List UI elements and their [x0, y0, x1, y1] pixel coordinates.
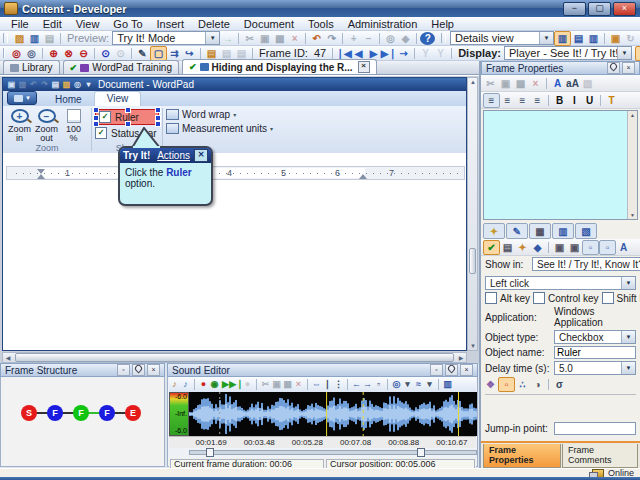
wordpad-menu-button[interactable]: ▾ — [7, 91, 37, 105]
frame-node-s-0[interactable]: S — [21, 405, 37, 421]
wp-print-icon[interactable]: ▤ — [50, 79, 61, 90]
checkbox-box[interactable] — [602, 292, 614, 304]
menu-item-document[interactable]: Document — [237, 18, 301, 30]
selection-slider[interactable] — [189, 447, 477, 456]
hand-tool-icon[interactable]: ✦ — [515, 241, 530, 254]
align-center-icon[interactable]: ≡ — [500, 94, 515, 107]
waveform-display[interactable] — [189, 392, 477, 436]
stage-vertical-scrollbar[interactable]: ▲ ▼ — [467, 77, 478, 351]
align-right-icon[interactable]: ≡ — [515, 94, 530, 107]
textarea-scrollbar[interactable]: ▲▼ — [627, 111, 637, 219]
replace-frame-icon[interactable]: ⊖ — [76, 47, 91, 60]
redo-icon[interactable]: ↷ — [324, 32, 339, 45]
multi-object-icon[interactable]: ∴ — [515, 378, 530, 391]
delay-time-combo[interactable]: 5.0 ▼ — [554, 361, 636, 375]
menu-item-tools[interactable]: Tools — [301, 18, 341, 30]
previous-frame-icon[interactable]: ◀ — [351, 47, 366, 60]
word-wrap-button[interactable]: Word wrap ▾ — [166, 109, 273, 120]
pin-icon[interactable] — [607, 62, 620, 74]
record-topic-icon[interactable]: ◎ — [9, 47, 24, 60]
callout-close-icon[interactable]: ✕ — [194, 149, 208, 162]
align-left-icon[interactable]: ≡ — [483, 93, 500, 108]
volume-icon[interactable]: ≈ — [413, 378, 424, 391]
clipboard-tab-icon[interactable]: ▧ — [575, 223, 597, 239]
slider-handle[interactable] — [417, 448, 425, 457]
timer-icon[interactable]: ◑ — [530, 378, 545, 391]
jump-out-tool-icon[interactable]: ↪ — [182, 47, 197, 60]
restore-icon[interactable]: ▫ — [117, 364, 130, 376]
zoom-out-button[interactable]: − Zoom out — [33, 108, 60, 143]
wp-find-icon[interactable]: ◎ — [72, 79, 83, 90]
insert-frame-icon[interactable]: ⊕ — [46, 47, 61, 60]
import-sound-icon[interactable]: ♪ — [180, 378, 191, 391]
zoom-sound-icon[interactable]: ◎ — [391, 378, 402, 391]
measurement-units-button[interactable]: Measurement units ▾ — [166, 123, 273, 134]
bubble-list-icon[interactable]: ▤ — [500, 241, 515, 254]
volume-caret-icon[interactable]: ▾ — [424, 378, 435, 391]
bottom-tab-frame-comments[interactable]: Frame Comments — [562, 444, 638, 468]
italic-icon[interactable]: I — [567, 94, 582, 107]
frame-node-f-3[interactable]: F — [99, 405, 115, 421]
checkbox-box[interactable] — [533, 292, 545, 304]
details-view-combo[interactable]: Details view ▼ — [450, 31, 554, 45]
split-view-icon[interactable]: ▤ — [571, 32, 586, 45]
combo-arrow-icon[interactable]: ▼ — [621, 277, 635, 289]
show-in-combo[interactable]: See It! / Try It!, Know It?, Do It! ▼ — [532, 257, 640, 271]
bold-icon[interactable]: B — [552, 94, 567, 107]
details-view-icon[interactable]: ▥ — [554, 31, 571, 46]
combo-arrow-icon[interactable]: ▼ — [539, 32, 553, 44]
action-area-tool-icon[interactable]: ▢ — [150, 46, 167, 61]
keyboard-tab-icon[interactable]: ▦ — [529, 223, 551, 239]
checkbox-box[interactable] — [485, 292, 497, 304]
first-frame-icon[interactable]: ❘◀ — [336, 47, 351, 60]
scrollbar-thumb[interactable] — [15, 353, 454, 362]
play-selection-icon[interactable]: ▶❘ — [231, 378, 242, 391]
content-tab-library[interactable]: Library — [3, 60, 60, 74]
wp-view-icon[interactable]: ▨ — [61, 79, 72, 90]
wp-qat-caret-icon[interactable]: ▾ — [83, 79, 94, 90]
screen-tab-icon[interactable]: ▥ — [552, 223, 574, 239]
edit-tab-icon[interactable]: ✎ — [506, 223, 528, 239]
jump-in-tool-icon[interactable]: ⇉ — [167, 47, 182, 60]
menu-item-help[interactable]: Help — [424, 18, 461, 30]
frame-marker-icon[interactable]: ❘ — [322, 378, 333, 391]
record-mic-icon[interactable]: ◉ — [209, 378, 220, 391]
attach-doc-icon[interactable]: ▤ — [204, 47, 219, 60]
object-type-combo[interactable]: Checkbox ▼ — [554, 330, 636, 344]
restore-icon[interactable]: ▫ — [430, 364, 443, 376]
go-end-icon[interactable]: → — [362, 378, 373, 391]
close-icon[interactable]: × — [460, 364, 473, 376]
rerecord-topic-icon[interactable]: ◎ — [24, 47, 39, 60]
hanging-indent-marker[interactable] — [37, 174, 45, 179]
frame-node-f-1[interactable]: F — [47, 405, 63, 421]
tab-close-icon[interactable]: × — [358, 61, 370, 73]
edit-bubble-icon[interactable]: ✔ — [483, 240, 500, 255]
export-sound-icon[interactable]: ♪ — [169, 378, 180, 391]
close-button[interactable]: × — [613, 2, 636, 16]
pin-icon[interactable] — [132, 364, 145, 376]
control-key-checkbox[interactable]: Control key — [533, 292, 599, 304]
menu-item-go-to[interactable]: Go To — [106, 18, 149, 30]
underline-icon[interactable]: U — [582, 94, 597, 107]
pointer-tab-icon[interactable]: ✦ — [483, 223, 505, 239]
select-all-sound-icon[interactable]: ⇔ — [311, 378, 322, 391]
keystroke-icon[interactable]: σ — [552, 378, 567, 391]
play-actions-icon[interactable]: ⇢ — [396, 47, 411, 60]
next-frame-icon[interactable]: ▶ — [366, 47, 381, 60]
save-icon[interactable]: ▥ — [27, 32, 42, 45]
ruler-checkbox-box[interactable]: ✓ — [99, 111, 111, 123]
stage-horizontal-scrollbar[interactable]: ◀ ▶ — [2, 352, 467, 363]
callout-actions-link[interactable]: Actions — [157, 150, 190, 161]
combo-arrow-icon[interactable]: ▼ — [617, 47, 631, 59]
font-color-icon[interactable]: A — [550, 77, 565, 90]
bubble-text-area[interactable]: ▲▼ — [483, 110, 638, 220]
edit-screenshot-icon[interactable]: ✎ — [135, 47, 150, 60]
zoom-in-button[interactable]: + Zoom in — [6, 108, 33, 143]
display-mode-combo[interactable]: Player - See It! / Try It! ▼ — [504, 46, 632, 60]
bubble-size2-icon[interactable]: ▫ — [599, 240, 616, 255]
frame-node-f-2[interactable]: F — [73, 405, 89, 421]
wordpad-document-area[interactable] — [3, 153, 466, 350]
object-name-input[interactable] — [554, 346, 636, 359]
close-icon[interactable]: × — [622, 62, 635, 74]
combo-arrow-icon[interactable]: ▼ — [621, 331, 635, 343]
